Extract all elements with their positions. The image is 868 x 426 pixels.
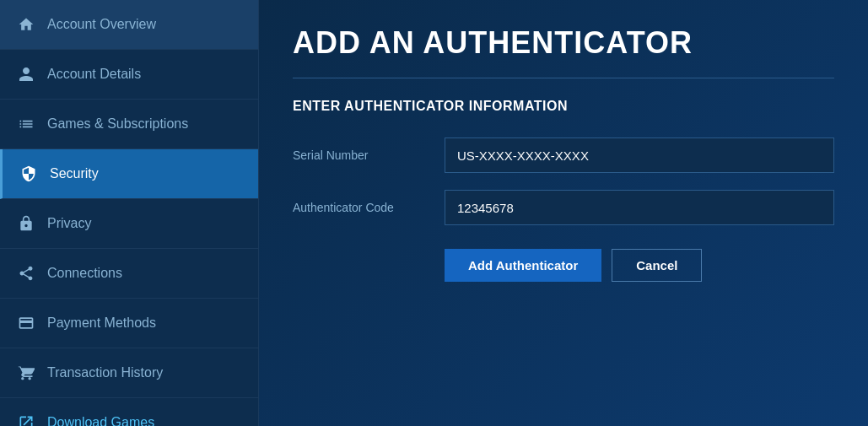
serial-number-label: Serial Number bbox=[293, 148, 428, 162]
serial-number-input[interactable] bbox=[445, 138, 834, 173]
sidebar-item-account-details[interactable]: Account Details bbox=[0, 50, 258, 100]
lock-icon bbox=[17, 214, 35, 233]
home-icon bbox=[17, 15, 35, 34]
external-icon bbox=[17, 413, 35, 426]
sidebar: Account Overview Account Details Games &… bbox=[0, 0, 259, 426]
shield-icon bbox=[19, 164, 38, 183]
sidebar-item-account-overview[interactable]: Account Overview bbox=[0, 0, 258, 50]
sidebar-item-transaction-history[interactable]: Transaction History bbox=[0, 348, 258, 398]
sidebar-item-download-games[interactable]: Download Games bbox=[0, 398, 258, 426]
authenticator-form: Serial Number Authenticator Code Add Aut… bbox=[293, 138, 834, 282]
section-title: ENTER AUTHENTICATOR INFORMATION bbox=[293, 99, 834, 114]
add-authenticator-button[interactable]: Add Authenticator bbox=[445, 249, 601, 282]
button-row: Add Authenticator Cancel bbox=[445, 249, 834, 282]
user-icon bbox=[17, 65, 35, 84]
sidebar-item-connections[interactable]: Connections bbox=[0, 249, 258, 299]
share-icon bbox=[17, 264, 35, 283]
page-title: ADD AN AUTHENTICATOR bbox=[293, 25, 834, 61]
sidebar-item-security[interactable]: Security bbox=[0, 149, 258, 199]
card-icon bbox=[17, 314, 35, 332]
authenticator-code-input[interactable] bbox=[445, 190, 834, 225]
authenticator-code-row: Authenticator Code bbox=[293, 190, 834, 225]
authenticator-code-label: Authenticator Code bbox=[293, 201, 428, 214]
divider bbox=[293, 78, 834, 78]
sidebar-item-games-subscriptions[interactable]: Games & Subscriptions bbox=[0, 100, 258, 149]
main-content: ADD AN AUTHENTICATOR ENTER AUTHENTICATOR… bbox=[259, 0, 868, 426]
list-icon bbox=[17, 115, 35, 133]
sidebar-item-payment-methods[interactable]: Payment Methods bbox=[0, 299, 258, 348]
cart-icon bbox=[17, 364, 35, 382]
sidebar-item-privacy[interactable]: Privacy bbox=[0, 199, 258, 249]
cancel-button[interactable]: Cancel bbox=[612, 249, 702, 282]
serial-number-row: Serial Number bbox=[293, 138, 834, 173]
